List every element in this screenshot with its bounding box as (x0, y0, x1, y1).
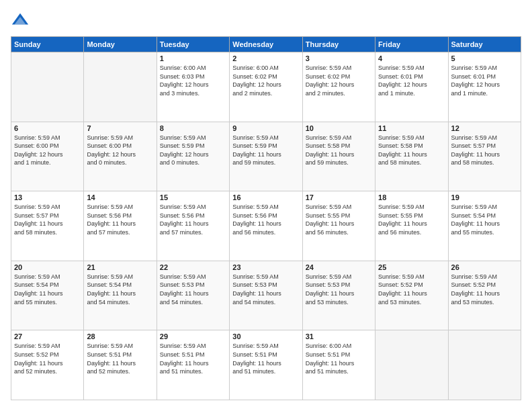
calendar-cell: 22Sunrise: 5:59 AM Sunset: 5:53 PM Dayli… (157, 261, 229, 330)
calendar-cell (448, 330, 521, 400)
calendar-cell: 18Sunrise: 5:59 AM Sunset: 5:55 PM Dayli… (375, 191, 448, 261)
day-info: Sunrise: 5:59 AM Sunset: 6:02 PM Dayligh… (306, 64, 372, 97)
calendar-cell: 6Sunrise: 5:59 AM Sunset: 6:00 PM Daylig… (11, 122, 84, 191)
day-number: 3 (306, 54, 372, 62)
header (11, 11, 521, 30)
day-info: Sunrise: 5:59 AM Sunset: 5:52 PM Dayligh… (378, 273, 445, 306)
day-info: Sunrise: 5:59 AM Sunset: 5:57 PM Dayligh… (451, 134, 518, 167)
day-info: Sunrise: 6:00 AM Sunset: 5:51 PM Dayligh… (306, 342, 372, 375)
day-info: Sunrise: 5:59 AM Sunset: 5:53 PM Dayligh… (306, 273, 372, 306)
calendar-table: SundayMondayTuesdayWednesdayThursdayFrid… (11, 36, 521, 400)
calendar-cell: 17Sunrise: 5:59 AM Sunset: 5:55 PM Dayli… (302, 191, 375, 261)
calendar-cell: 4Sunrise: 5:59 AM Sunset: 6:01 PM Daylig… (375, 52, 448, 122)
day-number: 12 (451, 124, 518, 132)
logo-icon (11, 11, 30, 30)
day-info: Sunrise: 5:59 AM Sunset: 6:00 PM Dayligh… (87, 134, 153, 167)
day-number: 22 (160, 263, 226, 271)
day-number: 10 (306, 124, 372, 132)
day-number: 13 (14, 193, 81, 201)
calendar-cell: 10Sunrise: 5:59 AM Sunset: 5:58 PM Dayli… (302, 122, 375, 191)
calendar-cell: 5Sunrise: 5:59 AM Sunset: 6:01 PM Daylig… (448, 52, 521, 122)
day-number: 24 (306, 263, 372, 271)
day-info: Sunrise: 5:59 AM Sunset: 5:54 PM Dayligh… (14, 273, 81, 306)
day-number: 14 (87, 193, 153, 201)
calendar-cell: 13Sunrise: 5:59 AM Sunset: 5:57 PM Dayli… (11, 191, 84, 261)
weekday-header-sunday: Sunday (11, 37, 84, 52)
day-info: Sunrise: 5:59 AM Sunset: 5:59 PM Dayligh… (232, 134, 299, 167)
day-number: 1 (160, 54, 226, 62)
week-row-5: 27Sunrise: 5:59 AM Sunset: 5:52 PM Dayli… (11, 330, 521, 400)
day-info: Sunrise: 5:59 AM Sunset: 5:51 PM Dayligh… (232, 342, 299, 375)
day-number: 15 (160, 193, 226, 201)
day-info: Sunrise: 6:00 AM Sunset: 6:03 PM Dayligh… (160, 64, 226, 97)
day-info: Sunrise: 5:59 AM Sunset: 5:58 PM Dayligh… (378, 134, 445, 167)
day-info: Sunrise: 5:59 AM Sunset: 6:01 PM Dayligh… (378, 64, 445, 97)
day-info: Sunrise: 5:59 AM Sunset: 5:58 PM Dayligh… (306, 134, 372, 167)
day-number: 4 (378, 54, 445, 62)
calendar-cell (11, 52, 84, 122)
day-info: Sunrise: 5:59 AM Sunset: 5:55 PM Dayligh… (378, 203, 445, 236)
calendar-cell: 1Sunrise: 6:00 AM Sunset: 6:03 PM Daylig… (157, 52, 229, 122)
day-info: Sunrise: 5:59 AM Sunset: 5:59 PM Dayligh… (160, 134, 226, 167)
calendar-cell: 30Sunrise: 5:59 AM Sunset: 5:51 PM Dayli… (230, 330, 302, 400)
calendar-cell: 26Sunrise: 5:59 AM Sunset: 5:52 PM Dayli… (448, 261, 521, 330)
logo (11, 11, 32, 30)
day-number: 7 (87, 124, 153, 132)
calendar-cell: 23Sunrise: 5:59 AM Sunset: 5:53 PM Dayli… (230, 261, 302, 330)
day-info: Sunrise: 5:59 AM Sunset: 5:54 PM Dayligh… (451, 203, 518, 236)
day-info: Sunrise: 5:59 AM Sunset: 5:51 PM Dayligh… (160, 342, 226, 375)
day-number: 28 (87, 332, 153, 340)
weekday-header-thursday: Thursday (302, 37, 375, 52)
day-number: 17 (306, 193, 372, 201)
calendar-cell: 28Sunrise: 5:59 AM Sunset: 5:51 PM Dayli… (84, 330, 157, 400)
day-info: Sunrise: 5:59 AM Sunset: 5:54 PM Dayligh… (87, 273, 153, 306)
day-number: 25 (378, 263, 445, 271)
day-info: Sunrise: 5:59 AM Sunset: 5:56 PM Dayligh… (232, 203, 299, 236)
day-info: Sunrise: 5:59 AM Sunset: 5:56 PM Dayligh… (87, 203, 153, 236)
calendar-cell: 21Sunrise: 5:59 AM Sunset: 5:54 PM Dayli… (84, 261, 157, 330)
day-info: Sunrise: 5:59 AM Sunset: 5:57 PM Dayligh… (14, 203, 81, 236)
calendar-cell: 15Sunrise: 5:59 AM Sunset: 5:56 PM Dayli… (157, 191, 229, 261)
day-number: 11 (378, 124, 445, 132)
day-info: Sunrise: 5:59 AM Sunset: 5:52 PM Dayligh… (14, 342, 81, 375)
day-info: Sunrise: 5:59 AM Sunset: 6:00 PM Dayligh… (14, 134, 81, 167)
week-row-2: 6Sunrise: 5:59 AM Sunset: 6:00 PM Daylig… (11, 122, 521, 191)
calendar-cell: 9Sunrise: 5:59 AM Sunset: 5:59 PM Daylig… (230, 122, 302, 191)
day-info: Sunrise: 5:59 AM Sunset: 5:53 PM Dayligh… (232, 273, 299, 306)
weekday-header-row: SundayMondayTuesdayWednesdayThursdayFrid… (11, 37, 521, 52)
day-number: 6 (14, 124, 81, 132)
week-row-3: 13Sunrise: 5:59 AM Sunset: 5:57 PM Dayli… (11, 191, 521, 261)
calendar-cell: 20Sunrise: 5:59 AM Sunset: 5:54 PM Dayli… (11, 261, 84, 330)
calendar-cell: 12Sunrise: 5:59 AM Sunset: 5:57 PM Dayli… (448, 122, 521, 191)
calendar-cell: 24Sunrise: 5:59 AM Sunset: 5:53 PM Dayli… (302, 261, 375, 330)
day-info: Sunrise: 5:59 AM Sunset: 5:52 PM Dayligh… (451, 273, 518, 306)
page: SundayMondayTuesdayWednesdayThursdayFrid… (0, 0, 532, 411)
week-row-1: 1Sunrise: 6:00 AM Sunset: 6:03 PM Daylig… (11, 52, 521, 122)
day-number: 8 (160, 124, 226, 132)
calendar-cell: 27Sunrise: 5:59 AM Sunset: 5:52 PM Dayli… (11, 330, 84, 400)
day-number: 16 (232, 193, 299, 201)
day-number: 26 (451, 263, 518, 271)
weekday-header-saturday: Saturday (448, 37, 521, 52)
day-number: 27 (14, 332, 81, 340)
calendar-cell: 14Sunrise: 5:59 AM Sunset: 5:56 PM Dayli… (84, 191, 157, 261)
day-info: Sunrise: 5:59 AM Sunset: 5:51 PM Dayligh… (87, 342, 153, 375)
day-number: 31 (306, 332, 372, 340)
day-info: Sunrise: 6:00 AM Sunset: 6:02 PM Dayligh… (232, 64, 299, 97)
calendar-cell (375, 330, 448, 400)
calendar-cell: 7Sunrise: 5:59 AM Sunset: 6:00 PM Daylig… (84, 122, 157, 191)
week-row-4: 20Sunrise: 5:59 AM Sunset: 5:54 PM Dayli… (11, 261, 521, 330)
day-number: 23 (232, 263, 299, 271)
day-number: 2 (232, 54, 299, 62)
day-number: 21 (87, 263, 153, 271)
day-info: Sunrise: 5:59 AM Sunset: 6:01 PM Dayligh… (451, 64, 518, 97)
calendar-cell: 29Sunrise: 5:59 AM Sunset: 5:51 PM Dayli… (157, 330, 229, 400)
day-number: 19 (451, 193, 518, 201)
calendar-cell: 8Sunrise: 5:59 AM Sunset: 5:59 PM Daylig… (157, 122, 229, 191)
calendar-cell: 11Sunrise: 5:59 AM Sunset: 5:58 PM Dayli… (375, 122, 448, 191)
day-number: 5 (451, 54, 518, 62)
calendar-cell (84, 52, 157, 122)
calendar-cell: 25Sunrise: 5:59 AM Sunset: 5:52 PM Dayli… (375, 261, 448, 330)
day-info: Sunrise: 5:59 AM Sunset: 5:55 PM Dayligh… (306, 203, 372, 236)
day-number: 18 (378, 193, 445, 201)
